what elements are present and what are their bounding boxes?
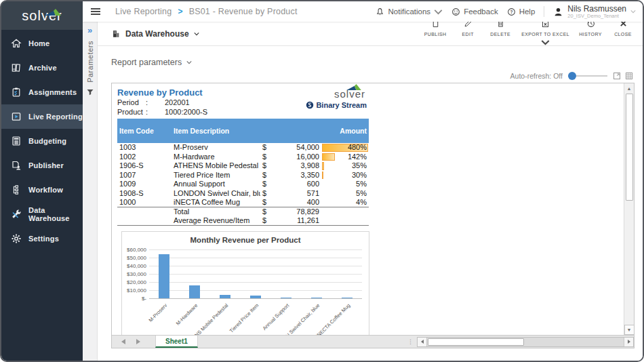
item-code-cell: 1908-S [117, 189, 172, 199]
parameters-panel-label: Parameters [86, 41, 94, 83]
y-axis-tick-label: $30,000 [122, 271, 146, 277]
help-button[interactable]: ? Help [507, 7, 536, 16]
report-parameters-row: Report parameters [98, 46, 643, 69]
horizontal-scroll-thumb[interactable] [428, 338, 524, 346]
chart-bar [281, 298, 291, 298]
user-menu[interactable]: Nils Rasmussen 20_ISV_Demo_Tenant [553, 5, 636, 19]
revenue-chart: Monthly Revenue per Product $-$10,000$20… [121, 231, 369, 335]
toolbar-button-label: EXPORT TO EXCEL [521, 32, 569, 37]
gridline [149, 266, 362, 266]
amount-cell: 600 [270, 180, 321, 189]
chart-bar [189, 285, 200, 298]
user-name: Nils Rasmussen [567, 5, 626, 13]
chart-bar [342, 298, 353, 298]
sidebar-item-label: Assignments [28, 88, 77, 96]
vertical-scrollbar[interactable]: ▲ ▼ [624, 83, 634, 335]
currency-cell: $ [260, 198, 270, 207]
page-title: BS01 - Revenue by Product [189, 7, 298, 16]
sidebar-item-workflow[interactable]: Workflow [1, 178, 83, 202]
sidebar-item-settings[interactable]: Settings [1, 226, 83, 251]
data-source-dropdown[interactable]: Data Warehouse [111, 29, 199, 39]
total-row: Total$78,829 [117, 207, 369, 217]
pct-of-average-cell: 30% [321, 171, 369, 180]
grid-view-icon[interactable] [625, 72, 633, 80]
toolbar-button-label: EDIT [462, 32, 474, 37]
gridline [149, 298, 362, 299]
feedback-button[interactable]: Feedback [451, 7, 498, 16]
filter-icon[interactable] [86, 88, 94, 96]
scroll-right-icon[interactable] [624, 338, 633, 346]
splitter-handle[interactable]: ⋮ [407, 338, 414, 345]
sidebar-item-label: Archive [28, 64, 57, 72]
y-axis-tick-label: $10,000 [122, 287, 146, 294]
scroll-left-icon[interactable] [418, 338, 427, 346]
assignments-icon [10, 87, 22, 98]
item-code-cell: 1003 [117, 143, 172, 153]
currency-cell: $ [260, 171, 270, 180]
fullscreen-icon[interactable] [613, 72, 621, 80]
report-title: Revenue by Product [117, 87, 624, 98]
data-bar [322, 162, 324, 170]
sheet-tab-bar: Sheet1 ⋮ [112, 335, 634, 348]
report-parameter: Product:1000:2000-S [117, 108, 624, 117]
auto-refresh-toggle[interactable] [568, 72, 607, 80]
chart-title: Monthly Revenue per Product [122, 236, 369, 244]
column-header: Amount [270, 119, 369, 143]
table-row: 1007Tiered Price Item$3,35030% [117, 171, 369, 180]
user-tenant: 20_ISV_Demo_Tenant [567, 13, 626, 19]
export-to-excel-button[interactable]: EXPORT TO EXCEL [521, 18, 569, 49]
scroll-up-icon[interactable]: ▲ [624, 83, 635, 93]
currency-cell: $ [260, 180, 270, 189]
auto-refresh-label: Auto-refresh: Off [510, 72, 563, 80]
x-axis-category-label: M-Proserv [121, 302, 169, 335]
app-window: solver HomeArchiveAssignmentsLive Report… [0, 0, 644, 362]
expand-parameters-button[interactable]: » [87, 26, 92, 35]
item-description-cell: LONDON Swivel Chair, blue [172, 189, 260, 199]
currency-cell: $ [260, 153, 270, 162]
item-description-cell: Annual Support [172, 180, 260, 189]
x-axis-category-label: ATHENS Mobile Pedestal [180, 302, 230, 335]
sidebar-item-home[interactable]: Home [1, 31, 83, 56]
feedback-label: Feedback [464, 7, 498, 16]
chart-bar [220, 295, 230, 298]
report-parameters-label: Report parameters [111, 58, 182, 67]
item-code-cell: 1002 [117, 153, 172, 162]
report-viewport: Revenue by Product Period:202001Product:… [111, 83, 635, 348]
solver-logo[interactable]: solver [1, 1, 83, 30]
sidebar-item-label: Settings [28, 235, 59, 243]
sidebar-item-data-warehouse[interactable]: Data Warehouse [1, 202, 83, 226]
toolbar-buttons: PUBLISHEDITDELETEEXPORT TO EXCELHISTORYC… [424, 18, 635, 49]
hamburger-menu-icon[interactable] [91, 8, 100, 15]
column-header: Item Description [172, 119, 270, 143]
smiley-icon [451, 7, 460, 16]
item-description-cell: Tiered Price Item [172, 171, 260, 180]
item-description-cell: M-Proserv [172, 143, 260, 153]
sidebar-item-assignments[interactable]: Assignments [1, 80, 83, 104]
report-parameter: Period:202001 [117, 98, 624, 107]
vertical-scroll-thumb[interactable] [626, 94, 633, 201]
sheet-nav-left-icon[interactable] [121, 339, 125, 344]
breadcrumb-section[interactable]: Live Reporting [115, 7, 172, 16]
table-row: 1908-SLONDON Swivel Chair, blue$5715% [117, 189, 369, 199]
sheet-tab[interactable]: Sheet1 [155, 336, 198, 348]
divider [544, 6, 544, 17]
toolbar-button-label: CLOSE [614, 32, 632, 37]
notifications-button[interactable]: Notifications [376, 7, 443, 16]
topbar: Live Reporting > BS01 - Revenue by Produ… [83, 1, 643, 22]
sidebar-item-live-reporting[interactable]: Live Reporting [1, 104, 83, 129]
toolbar-button-label: DELETE [490, 32, 510, 37]
chart-bar [250, 296, 261, 298]
y-axis-tick-label: $20,000 [122, 279, 146, 285]
sidebar-item-label: Live Reporting [28, 113, 83, 121]
report-parameter-values: Period:202001Product:1000:2000-S [117, 98, 624, 117]
scroll-down-icon[interactable]: ▼ [624, 325, 635, 335]
amount-cell: 400 [270, 198, 321, 207]
pct-of-average-cell: 35% [321, 161, 369, 171]
sheet-nav-right-icon[interactable] [136, 339, 140, 344]
sidebar-item-budgeting[interactable]: Budgeting [1, 129, 83, 153]
report-parameters-toggle[interactable]: Report parameters [111, 58, 192, 67]
sidebar-item-publisher[interactable]: Publisher [1, 153, 83, 178]
horizontal-scrollbar[interactable] [417, 337, 634, 347]
sidebar-item-archive[interactable]: Archive [1, 56, 83, 80]
data-warehouse-icon [10, 209, 22, 220]
